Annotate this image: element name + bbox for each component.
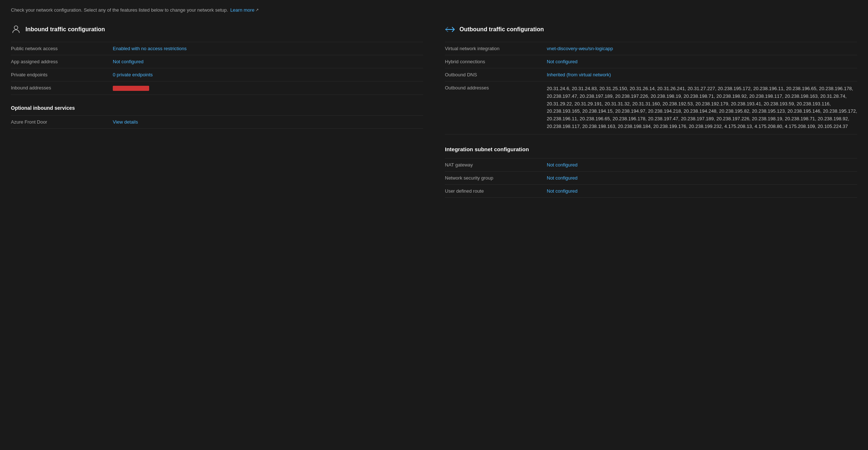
integration-subnet-section: Integration subnet configuration NAT gat… bbox=[445, 146, 857, 198]
top-description-bar: Check your network configuration. Select… bbox=[11, 7, 857, 13]
outbound-dns-label: Outbound DNS bbox=[445, 72, 547, 77]
inbound-section: Inbound traffic configuration Public net… bbox=[11, 24, 423, 198]
inbound-header: Inbound traffic configuration bbox=[11, 24, 423, 35]
udr-label: User defined route bbox=[445, 188, 547, 194]
outbound-addresses-label: Outbound addresses bbox=[445, 85, 547, 91]
private-endpoints-label: Private endpoints bbox=[11, 72, 113, 77]
azure-front-door-value[interactable]: View details bbox=[113, 119, 423, 125]
outbound-section: Outbound traffic configuration Virtual n… bbox=[445, 24, 857, 198]
table-row: User defined route Not configured bbox=[445, 185, 857, 198]
outbound-header: Outbound traffic configuration bbox=[445, 24, 857, 35]
outbound-dns-value[interactable]: Inherited (from virtual network) bbox=[547, 72, 857, 77]
integration-section-title: Integration subnet configuration bbox=[445, 146, 857, 152]
table-row: Public network access Enabled with no ac… bbox=[11, 42, 423, 55]
private-endpoints-value[interactable]: 0 private endpoints bbox=[113, 72, 423, 77]
optional-inbound-services-title: Optional inbound services bbox=[11, 105, 423, 111]
table-row: NAT gateway Not configured bbox=[445, 158, 857, 172]
inbound-addresses-label: Inbound addresses bbox=[11, 85, 113, 91]
nat-gateway-value[interactable]: Not configured bbox=[547, 162, 857, 168]
table-row: Inbound addresses bbox=[11, 81, 423, 95]
public-network-access-value[interactable]: Enabled with no access restrictions bbox=[113, 46, 423, 51]
inbound-addresses-value bbox=[113, 85, 423, 91]
udr-value[interactable]: Not configured bbox=[547, 188, 857, 194]
table-row: Private endpoints 0 private endpoints bbox=[11, 68, 423, 81]
external-link-icon: ↗ bbox=[255, 8, 259, 12]
learn-more-link[interactable]: Learn more bbox=[230, 7, 254, 13]
redacted-value bbox=[113, 86, 149, 91]
outbound-section-title: Outbound traffic configuration bbox=[459, 26, 544, 33]
hybrid-connections-label: Hybrid connections bbox=[445, 59, 547, 64]
vnet-integration-value[interactable]: vnet-discovery-weu/sn-logicapp bbox=[547, 46, 857, 51]
inbound-icon bbox=[11, 24, 21, 35]
optional-inbound-rows: Azure Front Door View details bbox=[11, 115, 423, 129]
description-text: Check your network configuration. Select… bbox=[11, 7, 228, 13]
public-network-access-label: Public network access bbox=[11, 46, 113, 51]
vnet-integration-label: Virtual network integration bbox=[445, 46, 547, 51]
table-row: Azure Front Door View details bbox=[11, 115, 423, 129]
inbound-config-rows: Public network access Enabled with no ac… bbox=[11, 42, 423, 95]
table-row: Virtual network integration vnet-discove… bbox=[445, 42, 857, 55]
table-row: App assigned address Not configured bbox=[11, 55, 423, 68]
azure-front-door-label: Azure Front Door bbox=[11, 119, 113, 125]
main-content: Inbound traffic configuration Public net… bbox=[11, 24, 857, 198]
svg-point-0 bbox=[14, 26, 18, 29]
nsg-value[interactable]: Not configured bbox=[547, 175, 857, 181]
table-row: Outbound addresses 20.31.24.6, 20.31.24.… bbox=[445, 81, 857, 134]
nsg-label: Network security group bbox=[445, 175, 547, 181]
app-assigned-address-label: App assigned address bbox=[11, 59, 113, 64]
hybrid-connections-value[interactable]: Not configured bbox=[547, 59, 857, 64]
table-row: Network security group Not configured bbox=[445, 172, 857, 185]
integration-config-rows: NAT gateway Not configured Network secur… bbox=[445, 158, 857, 198]
table-row: Outbound DNS Inherited (from virtual net… bbox=[445, 68, 857, 81]
inbound-section-title: Inbound traffic configuration bbox=[25, 26, 105, 33]
outbound-addresses-value: 20.31.24.6, 20.31.24.83, 20.31.25.150, 2… bbox=[547, 85, 857, 130]
outbound-icon bbox=[445, 24, 455, 35]
table-row: Hybrid connections Not configured bbox=[445, 55, 857, 68]
outbound-config-rows: Virtual network integration vnet-discove… bbox=[445, 42, 857, 134]
app-assigned-address-value[interactable]: Not configured bbox=[113, 59, 423, 64]
nat-gateway-label: NAT gateway bbox=[445, 162, 547, 168]
